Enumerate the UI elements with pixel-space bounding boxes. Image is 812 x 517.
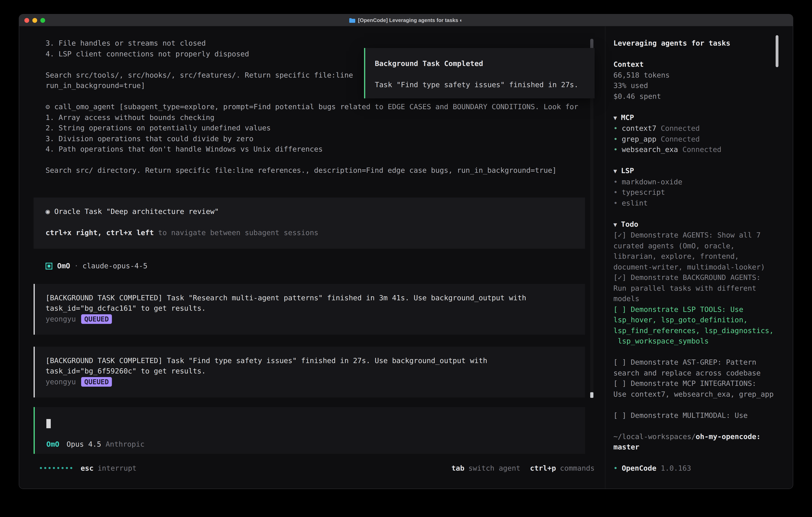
todo-section-header[interactable]: ▼Todo — [613, 219, 793, 230]
esc-key-hint: esc — [81, 463, 93, 473]
message-author: yeongyu — [46, 314, 76, 324]
message-text-line: task_id="bg_dcfac161" to get results. — [46, 303, 585, 314]
minimize-button[interactable] — [32, 18, 37, 23]
mcp-status-dot-icon: • — [613, 135, 618, 143]
tool-call-line: 3. Division operations that could divide… — [46, 133, 605, 144]
window-title: [OpenCode] Leveraging agents for tasks ◐ — [19, 15, 793, 26]
agent-separator: · — [74, 261, 79, 271]
folder-icon — [349, 18, 355, 23]
desktop: [OpenCode] Leveraging agents for tasks ◐… — [0, 0, 812, 517]
tool-call-text: call_omo_agent [subagent_type=explore, p… — [54, 102, 578, 111]
lsp-section-header[interactable]: ▼LSP — [613, 166, 793, 176]
message-text-line: [BACKGROUND TASK COMPLETED] Task "Resear… — [46, 293, 585, 303]
notification-toast[interactable]: Background Task Completed Task "Find typ… — [364, 48, 594, 98]
hint-keys: ctrl+x right, ctrl+x left — [46, 228, 154, 237]
lsp-name: markdown-oxide — [622, 177, 682, 186]
input-provider: Anthropic — [106, 440, 144, 448]
context-used: 33% used — [613, 80, 793, 91]
lsp-name: typescript — [622, 188, 665, 196]
tool-call-line: 4. Path operations that don't handle Win… — [46, 144, 605, 155]
text-cursor — [46, 419, 51, 428]
agent-header: OmO · claude-opus-4-5 — [46, 261, 605, 271]
mcp-name: grep_app — [622, 135, 656, 143]
ctrlp-key-label: commands — [560, 463, 594, 473]
input-meta: OmOOpus 4.5Anthropic — [46, 439, 585, 450]
chevron-down-icon: ▼ — [613, 167, 617, 175]
todo-line: models — [613, 294, 793, 304]
content: 3. File handles or streams not closed 4.… — [19, 26, 793, 489]
lsp-dot-icon: • — [613, 188, 618, 196]
todo-line: librarian, explore, frontend, — [613, 251, 793, 262]
input-model: Opus 4.5 — [66, 440, 101, 448]
message-meta: yeongyuQUEUED — [46, 377, 585, 387]
todo-line: [✓] Demonstrate AGENTS: Show all 7 — [613, 230, 793, 241]
blank-line — [613, 420, 793, 431]
workspace-path: ~/local-workspaces/oh-my-opencode: — [613, 431, 793, 442]
blank-line — [613, 155, 793, 166]
blank-line — [46, 217, 585, 227]
todo-heading: Todo — [621, 220, 638, 228]
hint-text: to navigate between subagent sessions — [154, 228, 318, 237]
todo-line: [ ] Demonstrate AST-GREP: Pattern — [613, 357, 793, 368]
mcp-section-header[interactable]: ▼MCP — [613, 112, 793, 123]
esc-key-label: interrupt — [97, 463, 137, 473]
todo-line: lsp_hover, lsp_goto_definition, — [613, 315, 793, 325]
mcp-name: websearch_exa — [622, 145, 678, 154]
message-author: yeongyu — [46, 377, 76, 387]
todo-line: [ ] Demonstrate MULTIMODAL: Use — [613, 410, 793, 420]
lsp-dot-icon: • — [613, 198, 618, 207]
mcp-item: •grep_appConnected — [613, 134, 793, 144]
status-badge: QUEUED — [81, 377, 112, 387]
todo-line: Run parallel tasks with different — [613, 283, 793, 294]
workspace-repo: oh-my-opencode: — [696, 432, 761, 440]
oracle-task-hint: ctrl+x right, ctrl+x left to navigate be… — [46, 227, 585, 238]
titlebar[interactable]: [OpenCode] Leveraging agents for tasks ◐ — [19, 15, 793, 26]
context-spent: $0.46 spent — [613, 91, 793, 102]
chevron-down-icon: ▼ — [613, 114, 617, 121]
mcp-status: Connected — [661, 124, 700, 132]
zoom-button[interactable] — [40, 18, 45, 23]
lsp-dot-icon: • — [613, 177, 618, 186]
status-right: tabswitch agent ctrl+pcommands — [452, 463, 594, 473]
mcp-status: Connected — [682, 145, 721, 154]
blank-line — [613, 208, 793, 219]
spinner-dots-icon: •••••••• — [39, 463, 73, 473]
blank-line — [613, 49, 793, 59]
oracle-task-icon: ◉ — [46, 207, 50, 215]
mcp-item: •websearch_exaConnected — [613, 144, 793, 155]
mcp-heading: MCP — [621, 113, 634, 121]
blank-line — [613, 453, 793, 463]
agent-name: OmO — [57, 261, 70, 271]
terminal-window: [OpenCode] Leveraging agents for tasks ◐… — [19, 15, 793, 489]
agent-model: claude-opus-4-5 — [83, 261, 147, 271]
opencode-version-row: •OpenCode1.0.163 — [613, 463, 793, 473]
blank-line — [613, 400, 793, 410]
tool-call-line: 2. String operations on potentially unde… — [46, 123, 605, 133]
todo-line: lsp_workspace_symbols — [613, 336, 793, 347]
sidebar-scrollbar-thumb[interactable] — [776, 35, 778, 67]
todo-line: [ ] Demonstrate LSP TOOLS: Use — [613, 304, 793, 315]
todo-line: search and replace across codebase — [613, 368, 793, 378]
context-heading: Context — [613, 59, 793, 70]
ctrlp-key-hint: ctrl+p — [530, 463, 556, 473]
todo-line: [ ] Demonstrate MCP INTEGRATIONS: — [613, 378, 793, 389]
mcp-name: context7 — [622, 124, 656, 132]
message-text-line: task_id="bg_6f59260c" to get results. — [46, 366, 585, 377]
mcp-status-dot-icon: • — [613, 124, 618, 132]
tab-key-label: switch agent — [468, 463, 520, 473]
opencode-dot-icon: • — [613, 464, 618, 472]
lsp-item: •typescript — [613, 187, 793, 198]
lsp-name: eslint — [622, 198, 648, 207]
oracle-task-title-text: Oracle Task "Deep architecture review" — [54, 207, 219, 215]
tool-call-line: ⚙call_omo_agent [subagent_type=explore, … — [46, 102, 605, 112]
sidebar-title: Leveraging agents for tasks — [613, 38, 793, 49]
commands-hint: ctrl+pcommands — [530, 463, 594, 473]
todo-line: curated agents (OmO, oracle, — [613, 241, 793, 251]
prompt-input[interactable]: OmOOpus 4.5Anthropic — [34, 407, 585, 454]
oracle-task-panel[interactable]: ◉Oracle Task "Deep architecture review" … — [34, 197, 585, 248]
main-scrollbar-marker[interactable] — [590, 392, 593, 398]
gear-icon: ⚙ — [46, 102, 50, 111]
todo-line: Use context7, websearch_exa, grep_app — [613, 389, 793, 400]
blank-line — [613, 347, 793, 357]
close-button[interactable] — [24, 18, 29, 23]
